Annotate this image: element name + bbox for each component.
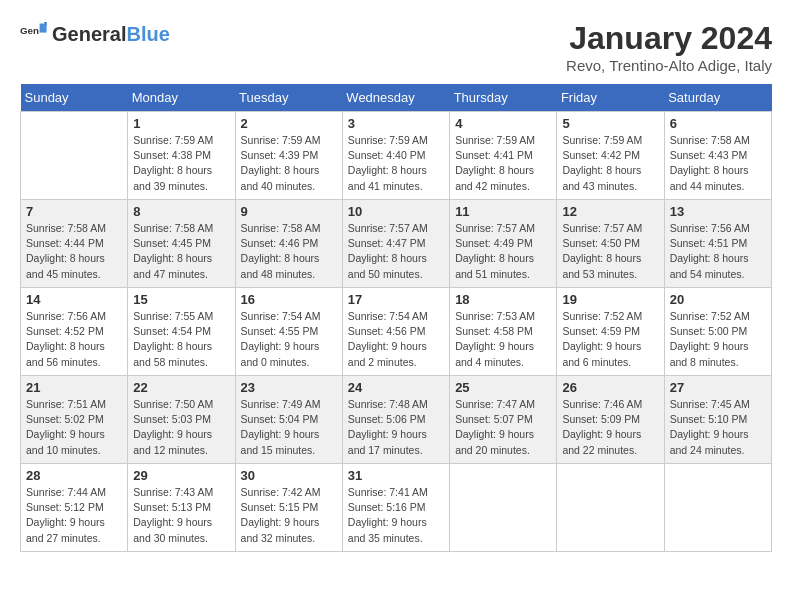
day-info: Sunrise: 7:41 AMSunset: 5:16 PMDaylight:… — [348, 485, 444, 546]
svg-text:Gen: Gen — [20, 25, 39, 36]
calendar-cell: 28Sunrise: 7:44 AMSunset: 5:12 PMDayligh… — [21, 464, 128, 552]
day-number: 22 — [133, 380, 229, 395]
calendar-cell — [450, 464, 557, 552]
day-info: Sunrise: 7:55 AMSunset: 4:54 PMDaylight:… — [133, 309, 229, 370]
calendar-cell — [21, 112, 128, 200]
day-header-sunday: Sunday — [21, 84, 128, 112]
day-info: Sunrise: 7:57 AMSunset: 4:50 PMDaylight:… — [562, 221, 658, 282]
logo: Gen GeneralBlue — [20, 20, 170, 48]
calendar-cell: 15Sunrise: 7:55 AMSunset: 4:54 PMDayligh… — [128, 288, 235, 376]
day-number: 29 — [133, 468, 229, 483]
header: Gen GeneralBlue January 2024 Revo, Trent… — [20, 20, 772, 74]
day-info: Sunrise: 7:59 AMSunset: 4:39 PMDaylight:… — [241, 133, 337, 194]
day-header-tuesday: Tuesday — [235, 84, 342, 112]
calendar-cell: 2Sunrise: 7:59 AMSunset: 4:39 PMDaylight… — [235, 112, 342, 200]
calendar-cell: 17Sunrise: 7:54 AMSunset: 4:56 PMDayligh… — [342, 288, 449, 376]
calendar-week-row: 28Sunrise: 7:44 AMSunset: 5:12 PMDayligh… — [21, 464, 772, 552]
day-number: 2 — [241, 116, 337, 131]
calendar-cell: 26Sunrise: 7:46 AMSunset: 5:09 PMDayligh… — [557, 376, 664, 464]
day-info: Sunrise: 7:59 AMSunset: 4:38 PMDaylight:… — [133, 133, 229, 194]
day-info: Sunrise: 7:56 AMSunset: 4:51 PMDaylight:… — [670, 221, 766, 282]
day-info: Sunrise: 7:58 AMSunset: 4:43 PMDaylight:… — [670, 133, 766, 194]
day-info: Sunrise: 7:54 AMSunset: 4:56 PMDaylight:… — [348, 309, 444, 370]
calendar-cell: 1Sunrise: 7:59 AMSunset: 4:38 PMDaylight… — [128, 112, 235, 200]
day-number: 5 — [562, 116, 658, 131]
day-info: Sunrise: 7:51 AMSunset: 5:02 PMDaylight:… — [26, 397, 122, 458]
day-number: 14 — [26, 292, 122, 307]
day-number: 25 — [455, 380, 551, 395]
calendar-cell: 8Sunrise: 7:58 AMSunset: 4:45 PMDaylight… — [128, 200, 235, 288]
day-number: 23 — [241, 380, 337, 395]
day-info: Sunrise: 7:45 AMSunset: 5:10 PMDaylight:… — [670, 397, 766, 458]
day-info: Sunrise: 7:49 AMSunset: 5:04 PMDaylight:… — [241, 397, 337, 458]
day-number: 8 — [133, 204, 229, 219]
calendar-week-row: 21Sunrise: 7:51 AMSunset: 5:02 PMDayligh… — [21, 376, 772, 464]
calendar-cell: 24Sunrise: 7:48 AMSunset: 5:06 PMDayligh… — [342, 376, 449, 464]
day-number: 11 — [455, 204, 551, 219]
day-number: 15 — [133, 292, 229, 307]
day-number: 26 — [562, 380, 658, 395]
calendar-week-row: 1Sunrise: 7:59 AMSunset: 4:38 PMDaylight… — [21, 112, 772, 200]
day-info: Sunrise: 7:44 AMSunset: 5:12 PMDaylight:… — [26, 485, 122, 546]
logo-blue: Blue — [126, 23, 169, 45]
day-info: Sunrise: 7:58 AMSunset: 4:44 PMDaylight:… — [26, 221, 122, 282]
calendar-cell: 13Sunrise: 7:56 AMSunset: 4:51 PMDayligh… — [664, 200, 771, 288]
day-number: 4 — [455, 116, 551, 131]
day-info: Sunrise: 7:59 AMSunset: 4:42 PMDaylight:… — [562, 133, 658, 194]
day-header-wednesday: Wednesday — [342, 84, 449, 112]
day-number: 31 — [348, 468, 444, 483]
calendar-cell — [664, 464, 771, 552]
day-info: Sunrise: 7:52 AMSunset: 4:59 PMDaylight:… — [562, 309, 658, 370]
calendar-cell: 7Sunrise: 7:58 AMSunset: 4:44 PMDaylight… — [21, 200, 128, 288]
calendar-cell: 21Sunrise: 7:51 AMSunset: 5:02 PMDayligh… — [21, 376, 128, 464]
day-number: 17 — [348, 292, 444, 307]
logo-text: GeneralBlue — [52, 23, 170, 46]
calendar-cell: 3Sunrise: 7:59 AMSunset: 4:40 PMDaylight… — [342, 112, 449, 200]
calendar-cell: 4Sunrise: 7:59 AMSunset: 4:41 PMDaylight… — [450, 112, 557, 200]
calendar-cell: 18Sunrise: 7:53 AMSunset: 4:58 PMDayligh… — [450, 288, 557, 376]
day-info: Sunrise: 7:43 AMSunset: 5:13 PMDaylight:… — [133, 485, 229, 546]
calendar-week-row: 14Sunrise: 7:56 AMSunset: 4:52 PMDayligh… — [21, 288, 772, 376]
day-info: Sunrise: 7:52 AMSunset: 5:00 PMDaylight:… — [670, 309, 766, 370]
calendar-cell: 31Sunrise: 7:41 AMSunset: 5:16 PMDayligh… — [342, 464, 449, 552]
calendar-cell: 29Sunrise: 7:43 AMSunset: 5:13 PMDayligh… — [128, 464, 235, 552]
logo-icon: Gen — [20, 20, 48, 48]
day-number: 6 — [670, 116, 766, 131]
day-info: Sunrise: 7:56 AMSunset: 4:52 PMDaylight:… — [26, 309, 122, 370]
day-number: 7 — [26, 204, 122, 219]
calendar-cell: 5Sunrise: 7:59 AMSunset: 4:42 PMDaylight… — [557, 112, 664, 200]
day-info: Sunrise: 7:48 AMSunset: 5:06 PMDaylight:… — [348, 397, 444, 458]
calendar-header-row: SundayMondayTuesdayWednesdayThursdayFrid… — [21, 84, 772, 112]
calendar-cell — [557, 464, 664, 552]
day-info: Sunrise: 7:53 AMSunset: 4:58 PMDaylight:… — [455, 309, 551, 370]
calendar-cell: 11Sunrise: 7:57 AMSunset: 4:49 PMDayligh… — [450, 200, 557, 288]
day-info: Sunrise: 7:58 AMSunset: 4:46 PMDaylight:… — [241, 221, 337, 282]
day-number: 10 — [348, 204, 444, 219]
calendar-cell: 30Sunrise: 7:42 AMSunset: 5:15 PMDayligh… — [235, 464, 342, 552]
day-number: 24 — [348, 380, 444, 395]
calendar-cell: 25Sunrise: 7:47 AMSunset: 5:07 PMDayligh… — [450, 376, 557, 464]
day-info: Sunrise: 7:59 AMSunset: 4:41 PMDaylight:… — [455, 133, 551, 194]
logo-general: General — [52, 23, 126, 45]
day-header-thursday: Thursday — [450, 84, 557, 112]
day-number: 12 — [562, 204, 658, 219]
day-number: 3 — [348, 116, 444, 131]
day-number: 16 — [241, 292, 337, 307]
calendar-cell: 10Sunrise: 7:57 AMSunset: 4:47 PMDayligh… — [342, 200, 449, 288]
day-number: 21 — [26, 380, 122, 395]
day-number: 27 — [670, 380, 766, 395]
day-number: 20 — [670, 292, 766, 307]
day-info: Sunrise: 7:54 AMSunset: 4:55 PMDaylight:… — [241, 309, 337, 370]
calendar-cell: 19Sunrise: 7:52 AMSunset: 4:59 PMDayligh… — [557, 288, 664, 376]
calendar-subtitle: Revo, Trentino-Alto Adige, Italy — [566, 57, 772, 74]
day-header-friday: Friday — [557, 84, 664, 112]
day-info: Sunrise: 7:42 AMSunset: 5:15 PMDaylight:… — [241, 485, 337, 546]
calendar-cell: 20Sunrise: 7:52 AMSunset: 5:00 PMDayligh… — [664, 288, 771, 376]
calendar-cell: 16Sunrise: 7:54 AMSunset: 4:55 PMDayligh… — [235, 288, 342, 376]
calendar-title: January 2024 — [566, 20, 772, 57]
day-info: Sunrise: 7:57 AMSunset: 4:47 PMDaylight:… — [348, 221, 444, 282]
day-info: Sunrise: 7:50 AMSunset: 5:03 PMDaylight:… — [133, 397, 229, 458]
day-number: 13 — [670, 204, 766, 219]
day-header-monday: Monday — [128, 84, 235, 112]
calendar-table: SundayMondayTuesdayWednesdayThursdayFrid… — [20, 84, 772, 552]
